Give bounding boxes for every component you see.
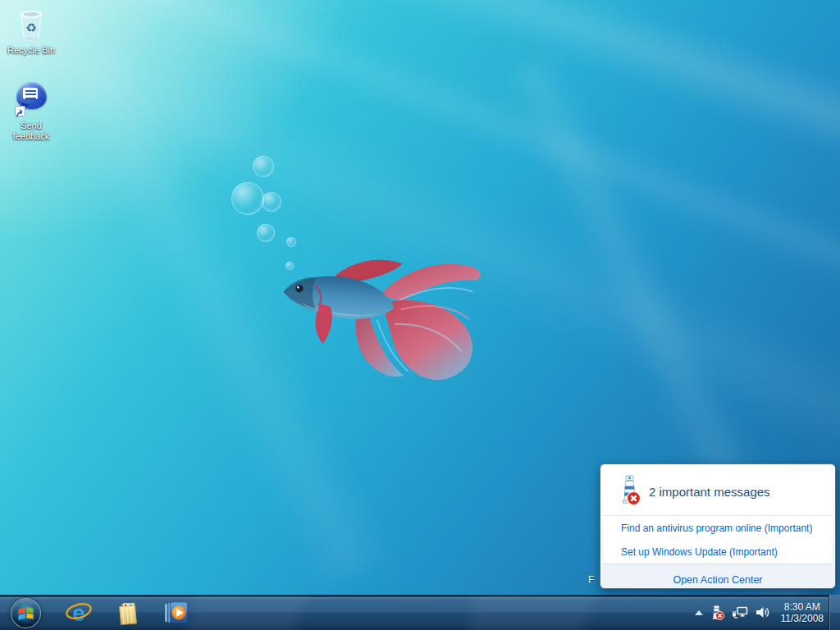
taskbar: e — [0, 595, 840, 630]
internet-explorer-icon: e — [65, 599, 93, 627]
taskbar-item-windows-media-player[interactable] — [151, 595, 199, 630]
volume-tray-icon[interactable] — [756, 606, 770, 619]
clock-time: 8:30 AM — [781, 601, 824, 613]
popup-link-antivirus[interactable]: Find an antivirus program online (Import… — [604, 516, 832, 540]
taskbar-item-windows-explorer[interactable] — [103, 595, 151, 630]
up-arrow-icon — [695, 610, 703, 615]
action-center-alert-icon — [619, 475, 641, 509]
desktop-icon-label: Recycle Bin — [2, 45, 61, 56]
folder-icon — [114, 599, 140, 627]
network-tray-icon[interactable] — [732, 606, 748, 619]
open-action-center-link[interactable]: Open Action Center — [673, 574, 762, 585]
shortcut-arrow-icon — [15, 106, 25, 116]
bubble — [231, 182, 264, 215]
bubble — [253, 156, 274, 177]
popup-footer: Open Action Center — [604, 564, 832, 585]
desktop-icon-send-feedback[interactable]: Send feedback — [2, 80, 61, 142]
volume-icon — [756, 606, 770, 619]
clock-date: 11/3/2008 — [781, 613, 824, 624]
desktop-icon-recycle-bin[interactable]: ♻ Recycle Bin — [2, 5, 61, 56]
windows-logo-icon — [17, 605, 34, 622]
popup-link-windows-update[interactable]: Set up Windows Update (Important) — [604, 540, 832, 564]
show-desktop-button[interactable] — [829, 595, 840, 630]
media-player-icon — [162, 599, 189, 627]
start-button[interactable] — [11, 598, 41, 628]
network-icon — [732, 606, 748, 619]
action-center-tray-icon[interactable] — [710, 605, 724, 620]
betta-fish-wallpaper — [271, 237, 493, 391]
recycle-bin-icon: ♻ — [2, 5, 61, 43]
show-hidden-icons-button[interactable] — [695, 610, 703, 615]
svg-text:♻: ♻ — [25, 21, 36, 35]
bubble — [262, 192, 281, 212]
action-center-alert-icon — [710, 605, 724, 620]
popup-title: 2 important messages — [649, 485, 770, 499]
send-feedback-icon — [2, 80, 61, 118]
light-ray — [0, 0, 840, 223]
notification-area: 8:30 AM 11/3/2008 — [695, 595, 824, 630]
taskbar-item-internet-explorer[interactable]: e — [54, 595, 103, 630]
bubble — [257, 224, 275, 242]
desktop[interactable]: ♻ Recycle Bin Send feedback F — [0, 0, 840, 630]
action-center-popup: 2 important messages Find an antivirus p… — [600, 463, 836, 589]
watermark-fragment: F — [588, 574, 594, 586]
taskbar-clock[interactable]: 8:30 AM 11/3/2008 — [778, 601, 824, 624]
desktop-icon-label: Send feedback — [2, 121, 61, 142]
